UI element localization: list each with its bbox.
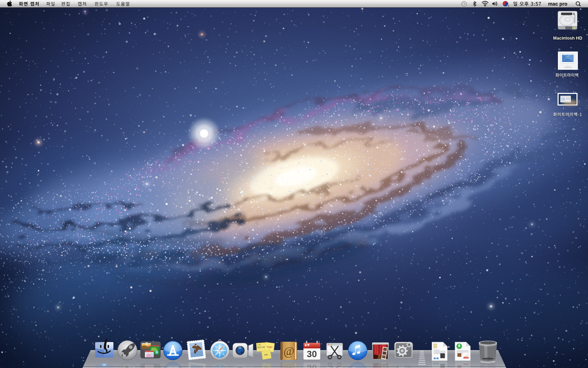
svg-text:@: @: [284, 345, 294, 358]
svg-text:Macintosh HD: Macintosh HD: [553, 36, 582, 41]
svg-text:LOU: LOU: [257, 343, 261, 346]
svg-text:30: 30: [307, 349, 317, 359]
svg-text:mac pro: mac pro: [548, 1, 568, 7]
svg-text:2: 2: [508, 4, 510, 8]
